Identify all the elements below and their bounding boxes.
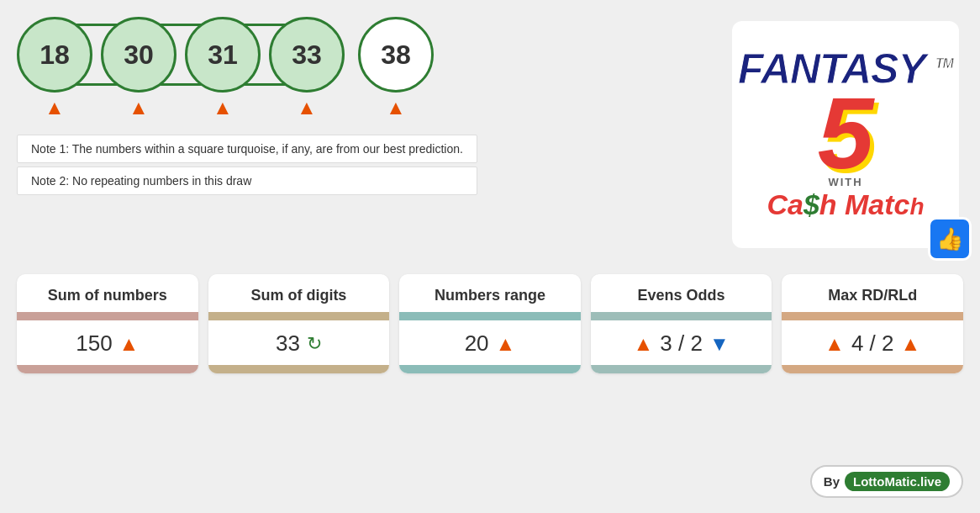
max-rd-arrow-up-start: ▲ xyxy=(825,332,845,356)
note-1: Note 1: The numbers within a square turq… xyxy=(17,135,477,163)
number-5-label: 5 xyxy=(818,77,874,189)
logo-box: FANTASY TM 5 WITH Ca$h Match xyxy=(732,21,959,248)
evens-odds-val: 3 / 2 xyxy=(660,331,703,357)
ball-wrapper-4: 33 ▲ xyxy=(269,17,345,119)
sum-digits-val: 33 xyxy=(276,331,300,357)
evens-odds-arrow-down: ▼ xyxy=(709,332,730,356)
stats-row: Sum of numbers 150 ▲ Sum of digits 33 ↻ xyxy=(17,274,963,373)
sum-numbers-arrow-up: ▲ xyxy=(119,332,140,356)
stat-card-sum-digits-title: Sum of digits xyxy=(242,274,355,312)
refresh-icon: ↻ xyxy=(307,333,322,355)
ball-4-number: 33 xyxy=(292,40,322,71)
logo-area: FANTASY TM 5 WITH Ca$h Match 👍 xyxy=(728,17,963,252)
stat-card-max-rd-title: Max RD/RLd xyxy=(819,274,925,312)
stat-card-evens-odds-title: Evens Odds xyxy=(630,274,734,312)
with-text: WITH xyxy=(828,176,862,188)
stat-card-sum-digits: Sum of digits 33 ↻ xyxy=(208,274,390,373)
stat-bar-top-3 xyxy=(399,312,581,320)
note-2-text: Note 2: No repeating numbers in this dra… xyxy=(31,174,251,188)
ball-1: 18 xyxy=(17,17,92,93)
stat-card-sum-digits-value: 33 ↻ xyxy=(267,320,330,365)
top-section: 18 ▲ 30 ▲ 31 xyxy=(17,17,963,252)
by-lottomatic-badge: By LottoMatic.live xyxy=(810,465,963,498)
stat-bar-bottom-2 xyxy=(208,365,390,373)
sum-numbers-label: Sum of numbers xyxy=(48,287,167,304)
ball-wrapper-3: 31 ▲ xyxy=(185,17,261,119)
ball-5: 38 xyxy=(358,17,434,93)
ball-1-number: 18 xyxy=(40,40,70,71)
stat-bar-bottom-3 xyxy=(399,365,581,373)
stat-bar-bottom-4 xyxy=(591,365,772,373)
ball-wrapper-1: 18 ▲ xyxy=(17,17,92,119)
cash-match-text: Ca$h Match xyxy=(767,188,924,221)
number-5: 5 xyxy=(818,90,874,176)
thumbs-up-button[interactable]: 👍 xyxy=(928,217,972,261)
with-label: WITH xyxy=(828,176,862,188)
balls-area: 18 ▲ 30 ▲ 31 xyxy=(17,17,477,198)
stat-card-numbers-range: Numbers range 20 ▲ xyxy=(399,274,581,373)
note-2: Note 2: No repeating numbers in this dra… xyxy=(17,167,477,195)
stat-bar-bottom-1 xyxy=(17,365,198,373)
stat-card-evens-odds: Evens Odds ▲ 3 / 2 ▼ xyxy=(591,274,772,373)
ball-4: 33 xyxy=(269,17,345,93)
ball-3-number: 31 xyxy=(208,40,238,71)
stat-card-max-rd: Max RD/RLd ▲ 4 / 2 ▲ xyxy=(782,274,963,373)
max-rd-val: 4 / 2 xyxy=(851,331,894,357)
arrow-up-2: ▲ xyxy=(129,96,149,119)
stat-bar-top-5 xyxy=(782,312,963,320)
stat-card-numbers-range-title: Numbers range xyxy=(426,274,554,312)
arrow-up-5: ▲ xyxy=(386,96,406,119)
main-container: 18 ▲ 30 ▲ 31 xyxy=(0,0,980,513)
numbers-range-label: Numbers range xyxy=(435,287,545,304)
evens-odds-arrow-up: ▲ xyxy=(634,332,654,356)
lottomatic-brand: LottoMatic.live xyxy=(845,472,950,491)
notes-area: Note 1: The numbers within a square turq… xyxy=(17,135,477,198)
stat-card-sum-numbers: Sum of numbers 150 ▲ xyxy=(17,274,198,373)
evens-odds-label: Evens Odds xyxy=(638,287,725,304)
stat-card-max-rd-value: ▲ 4 / 2 ▲ xyxy=(816,320,929,365)
stat-bar-top-2 xyxy=(208,312,390,320)
ball-wrapper-2: 30 ▲ xyxy=(101,17,177,119)
stat-card-numbers-range-value: 20 ▲ xyxy=(456,320,524,365)
sum-digits-label: Sum of digits xyxy=(250,287,346,304)
arrow-up-1: ▲ xyxy=(45,96,65,119)
ball-2: 30 xyxy=(101,17,177,93)
ball-5-number: 38 xyxy=(381,40,411,71)
ball-wrapper-5: 38 ▲ xyxy=(358,17,434,119)
max-rd-label: Max RD/RLd xyxy=(828,287,917,304)
dollar-sign: $ xyxy=(803,188,819,220)
ball-3: 31 xyxy=(185,17,261,93)
stat-card-evens-odds-value: ▲ 3 / 2 ▼ xyxy=(625,320,738,365)
arrow-up-4: ▲ xyxy=(297,96,317,119)
max-rd-arrow-up-end: ▲ xyxy=(900,332,920,356)
by-label: By xyxy=(824,474,840,489)
stat-bar-bottom-5 xyxy=(782,365,963,373)
sum-numbers-val: 150 xyxy=(76,331,112,357)
note-1-text: Note 1: The numbers within a square turq… xyxy=(31,142,463,156)
stat-card-sum-numbers-value: 150 ▲ xyxy=(67,320,147,365)
arrow-up-3: ▲ xyxy=(213,96,233,119)
stat-bar-top-1 xyxy=(17,312,198,320)
ball-2-number: 30 xyxy=(124,40,154,71)
h-partial: h xyxy=(909,193,924,219)
numbers-range-arrow-up: ▲ xyxy=(496,332,516,356)
stat-card-sum-numbers-title: Sum of numbers xyxy=(40,274,176,312)
stat-bar-top-4 xyxy=(591,312,772,320)
numbers-range-val: 20 xyxy=(465,331,489,357)
